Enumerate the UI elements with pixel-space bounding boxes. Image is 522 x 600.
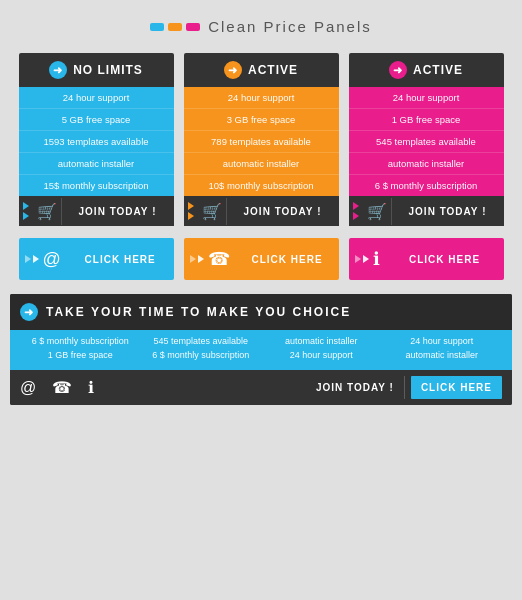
feature-2-3: automatic installer	[349, 153, 504, 175]
info-icon-pink: ℹ	[373, 248, 380, 270]
small-arrow-1a	[188, 202, 194, 210]
arrow-icon-orange: ➜	[224, 61, 242, 79]
click-arrows-orange	[190, 255, 204, 263]
small-arrow-0b	[23, 212, 29, 220]
feature-2-0: 24 hour support	[349, 87, 504, 109]
phone-icon-orange: ☎	[208, 248, 230, 270]
click-here-button-blue[interactable]: CLICK HERE	[67, 244, 174, 275]
small-arrow-2a	[353, 202, 359, 210]
panel-arrows-0	[19, 196, 33, 226]
arrow-icon-bottom: ➜	[20, 303, 38, 321]
join-button-0[interactable]: JOIN TODAY !	[61, 198, 174, 225]
panel-header-no-limits: ➜ NO LIMITS	[19, 53, 174, 87]
feature-2-2: 545 templates available	[349, 131, 504, 153]
click-here-button-pink[interactable]: CLICK HERE	[386, 244, 504, 275]
arrow-icon-blue: ➜	[49, 61, 67, 79]
panel-body-active-1: 24 hour support 3 GB free space 789 temp…	[184, 87, 339, 196]
panel-body-active-2: 24 hour support 1 GB free space 545 temp…	[349, 87, 504, 196]
panel-title-active-2: ACTIVE	[413, 63, 463, 77]
click-panel-left-orange: ☎	[184, 238, 236, 280]
panel-no-limits: ➜ NO LIMITS 24 hour support 5 GB free sp…	[19, 53, 174, 226]
bottom-feat-7: automatic installer	[382, 350, 503, 360]
feature-2-1: 1 GB free space	[349, 109, 504, 131]
bottom-feat-0: 6 $ monthly subscription	[20, 336, 141, 346]
bottom-panel-header: ➜ TAKE YOUR TIME TO MAKE YOU CHOICE	[10, 294, 512, 330]
header-dots	[150, 23, 200, 31]
panel-header-active-1: ➜ ACTIVE	[184, 53, 339, 87]
feature-0-0: 24 hour support	[19, 87, 174, 109]
click-panel-blue: @ CLICK HERE	[19, 238, 174, 280]
click-arrow-pink-1	[355, 255, 361, 263]
bottom-panel-body: 6 $ monthly subscription 545 templates a…	[10, 330, 512, 370]
panel-active-1: ➜ ACTIVE 24 hour support 3 GB free space…	[184, 53, 339, 226]
panel-title-no-limits: NO LIMITS	[73, 63, 143, 77]
join-button-2[interactable]: JOIN TODAY !	[391, 198, 504, 225]
click-panel-orange: ☎ CLICK HERE	[184, 238, 339, 280]
feature-1-2: 789 templates available	[184, 131, 339, 153]
panel-footer-active-2: 🛒 JOIN TODAY !	[349, 196, 504, 226]
feature-0-2: 1593 templates available	[19, 131, 174, 153]
bottom-panel: ➜ TAKE YOUR TIME TO MAKE YOU CHOICE 6 $ …	[10, 294, 512, 405]
click-panel-left-pink: ℹ	[349, 238, 386, 280]
join-button-1[interactable]: JOIN TODAY !	[226, 198, 339, 225]
dot-orange	[168, 23, 182, 31]
info-icon-bottom: ℹ	[88, 378, 94, 397]
bottom-feat-3: 24 hour support	[382, 336, 503, 346]
click-panels-row: @ CLICK HERE ☎ CLICK HERE ℹ CLICK HERE	[10, 238, 512, 280]
bottom-features-row-1: 6 $ monthly subscription 545 templates a…	[20, 336, 502, 346]
click-arrow-orange-2	[198, 255, 204, 263]
page-header: Clean Price Panels	[150, 18, 372, 35]
click-arrows-blue	[25, 255, 39, 263]
bottom-feat-4: 1 GB free space	[20, 350, 141, 360]
feature-1-0: 24 hour support	[184, 87, 339, 109]
click-arrow-pink-2	[363, 255, 369, 263]
small-arrow-1b	[188, 212, 194, 220]
small-arrow-0a	[23, 202, 29, 210]
at-icon-bottom: @	[20, 379, 36, 397]
bottom-panel-footer: @ ☎ ℹ JOIN TODAY ! CLICK HERE	[10, 370, 512, 405]
cart-icon-2: 🛒	[363, 202, 391, 221]
bottom-cta: JOIN TODAY ! CLICK HERE	[306, 376, 502, 399]
panel-active-2: ➜ ACTIVE 24 hour support 1 GB free space…	[349, 53, 504, 226]
bottom-icons: @ ☎ ℹ	[20, 378, 306, 397]
click-arrow-blue-1	[25, 255, 31, 263]
at-icon-blue: @	[43, 249, 61, 270]
feature-0-1: 5 GB free space	[19, 109, 174, 131]
dot-pink	[186, 23, 200, 31]
panel-footer-no-limits: 🛒 JOIN TODAY !	[19, 196, 174, 226]
cart-icon-1: 🛒	[198, 202, 226, 221]
arrow-icon-pink: ➜	[389, 61, 407, 79]
panel-title-active-1: ACTIVE	[248, 63, 298, 77]
feature-2-4: 6 $ monthly subscription	[349, 175, 504, 196]
bottom-join-button[interactable]: JOIN TODAY !	[306, 376, 405, 399]
feature-0-3: automatic installer	[19, 153, 174, 175]
panel-footer-active-1: 🛒 JOIN TODAY !	[184, 196, 339, 226]
click-here-button-orange[interactable]: CLICK HERE	[236, 244, 339, 275]
small-arrow-2b	[353, 212, 359, 220]
panel-body-no-limits: 24 hour support 5 GB free space 1593 tem…	[19, 87, 174, 196]
bottom-feat-2: automatic installer	[261, 336, 382, 346]
bottom-features-row-2: 1 GB free space 6 $ monthly subscription…	[20, 350, 502, 360]
bottom-panel-title: TAKE YOUR TIME TO MAKE YOU CHOICE	[46, 305, 351, 319]
page-title: Clean Price Panels	[208, 18, 372, 35]
bottom-feat-6: 24 hour support	[261, 350, 382, 360]
feature-0-4: 15$ monthly subscription	[19, 175, 174, 196]
click-arrow-blue-2	[33, 255, 39, 263]
feature-1-1: 3 GB free space	[184, 109, 339, 131]
panel-arrows-2	[349, 196, 363, 226]
click-panel-left-blue: @	[19, 239, 67, 280]
click-arrows-pink	[355, 255, 369, 263]
cart-icon-0: 🛒	[33, 202, 61, 221]
bottom-feat-1: 545 templates available	[141, 336, 262, 346]
click-arrow-orange-1	[190, 255, 196, 263]
panels-row: ➜ NO LIMITS 24 hour support 5 GB free sp…	[10, 53, 512, 226]
panel-arrows-1	[184, 196, 198, 226]
click-panel-pink: ℹ CLICK HERE	[349, 238, 504, 280]
phone-icon-bottom: ☎	[52, 378, 72, 397]
feature-1-3: automatic installer	[184, 153, 339, 175]
panel-header-active-2: ➜ ACTIVE	[349, 53, 504, 87]
dot-blue	[150, 23, 164, 31]
bottom-click-button[interactable]: CLICK HERE	[411, 376, 502, 399]
feature-1-4: 10$ monthly subscription	[184, 175, 339, 196]
bottom-feat-5: 6 $ monthly subscription	[141, 350, 262, 360]
